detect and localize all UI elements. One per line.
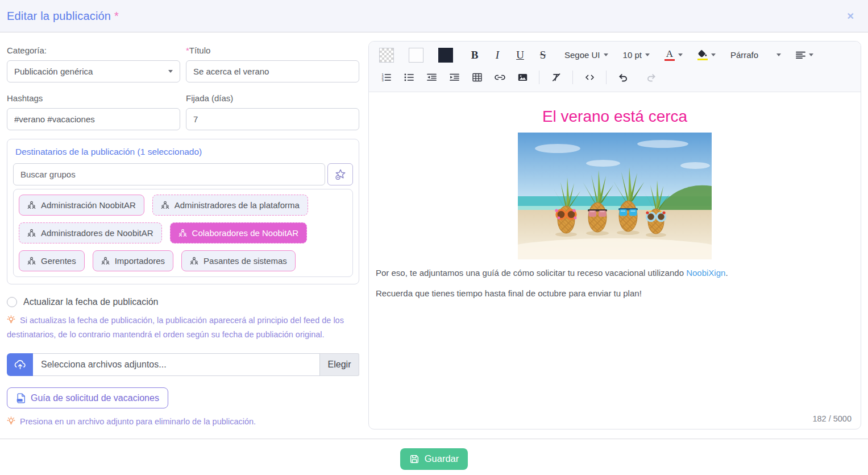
- recipients-legend: Destinatarios de la publicación (1 selec…: [15, 147, 353, 157]
- chevron-down-icon: [776, 53, 781, 56]
- category-value: Publicación genérica: [14, 67, 93, 76]
- group-chip-label: Administradores de la plataforma: [175, 200, 300, 210]
- attachments-upload: Elegir: [7, 353, 359, 376]
- font-color-button[interactable]: A: [661, 46, 686, 64]
- unordered-list-icon: [404, 73, 414, 82]
- modal-body: Categoría: Publicación genérica *Título …: [0, 32, 868, 430]
- indent-button[interactable]: [444, 68, 464, 86]
- italic-icon: I: [496, 49, 499, 60]
- image-button[interactable]: [512, 68, 533, 86]
- update-date-hint-text: Si actualizas la fecha de publicación, l…: [7, 316, 344, 339]
- hashtags-input[interactable]: [7, 108, 180, 130]
- attachments-filename-input[interactable]: [33, 353, 320, 376]
- outdent-icon: [427, 73, 437, 82]
- update-date-label: Actualizar la fecha de publicación: [23, 297, 158, 307]
- group-chip-selected[interactable]: Colaboradores de NoobitAR: [170, 222, 308, 243]
- group-chip-list: Administración NoobitAR Administradores …: [13, 189, 353, 277]
- modal-header: Editar la publicación * ✕: [0, 0, 868, 32]
- group-chip[interactable]: Administradores de NoobitAR: [19, 222, 162, 243]
- close-icon[interactable]: ✕: [845, 9, 857, 24]
- transparent-color-swatch[interactable]: [376, 46, 397, 64]
- save-button-label: Guardar: [425, 453, 459, 464]
- title-label: *Título: [186, 46, 359, 55]
- toolbar-divider: [606, 71, 607, 84]
- toolbar-divider: [572, 71, 573, 84]
- favorite-groups-button[interactable]: [327, 163, 353, 185]
- search-groups-input[interactable]: [13, 163, 325, 185]
- editor-toolbar: B I U S Segoe UI 10 pt: [369, 42, 861, 92]
- ordered-list-button[interactable]: 123: [376, 68, 396, 86]
- recipients-section: Destinatarios de la publicación (1 selec…: [7, 139, 359, 284]
- clear-format-button[interactable]: [546, 68, 566, 86]
- group-chip[interactable]: Pasantes de sistemas: [181, 250, 296, 271]
- star-minus-icon: [334, 168, 347, 181]
- editor-content[interactable]: El verano está cerca: [369, 92, 861, 429]
- pinned-days-input[interactable]: [186, 108, 359, 130]
- post-heading: El verano está cerca: [376, 108, 854, 126]
- checkered-swatch-icon: [379, 48, 394, 63]
- lightbulb-icon: [7, 317, 15, 326]
- attachment-chip-label: Guía de solicitud de vacaciones: [31, 393, 159, 403]
- chevron-down-icon: [604, 53, 608, 56]
- unordered-list-button[interactable]: [398, 68, 419, 86]
- group-chip-label: Pasantes de sistemas: [203, 256, 287, 266]
- cloud-upload-icon: [14, 359, 27, 370]
- group-chip[interactable]: Importadores: [93, 250, 173, 271]
- paragraph-style-select[interactable]: Párrafo: [727, 46, 784, 64]
- strikethrough-button[interactable]: S: [533, 46, 553, 64]
- undo-button[interactable]: [613, 68, 633, 86]
- noobixign-link[interactable]: NoobiXign: [686, 268, 725, 278]
- align-left-icon: [796, 51, 805, 60]
- save-button[interactable]: Guardar: [400, 448, 468, 470]
- group-chip-label: Gerentes: [41, 256, 76, 266]
- code-view-button[interactable]: [579, 68, 600, 86]
- title-label-text: Título: [189, 46, 211, 55]
- redo-button[interactable]: [641, 68, 662, 86]
- white-color-swatch[interactable]: [405, 46, 427, 64]
- paragraph-text: Por eso, te adjuntamos una guíá de cómo …: [376, 268, 686, 278]
- update-date-checkbox[interactable]: [7, 297, 17, 307]
- align-select[interactable]: [792, 46, 817, 64]
- code-icon: [585, 73, 595, 82]
- upload-button[interactable]: [7, 353, 33, 376]
- group-chip-label: Importadores: [115, 256, 165, 266]
- group-icon: [101, 257, 110, 265]
- font-size-select[interactable]: 10 pt: [620, 46, 653, 64]
- choose-file-button[interactable]: Elegir: [320, 353, 359, 376]
- attachment-chip[interactable]: Guía de solicitud de vacaciones: [7, 387, 168, 408]
- table-button[interactable]: [467, 68, 487, 86]
- group-icon: [27, 201, 36, 209]
- chevron-down-icon: [678, 53, 683, 56]
- strikethrough-icon: S: [540, 49, 546, 60]
- font-family-select[interactable]: Segoe UI: [561, 46, 612, 64]
- attachments-hint-text: Presiona en un archivo adjunto para elim…: [20, 417, 256, 426]
- link-button[interactable]: [489, 68, 510, 86]
- char-counter: 182 / 5000: [812, 414, 852, 423]
- group-chip[interactable]: Administradores de la plataforma: [152, 195, 308, 216]
- underline-button[interactable]: U: [510, 46, 530, 64]
- clear-format-icon: [551, 73, 561, 82]
- link-icon: [495, 73, 505, 82]
- hashtags-label: Hashtags: [7, 93, 180, 103]
- title-input[interactable]: [186, 60, 359, 82]
- paragraph-text: .: [725, 268, 728, 278]
- modal-title: Editar la publicación *: [7, 10, 119, 23]
- white-swatch-icon: [409, 48, 423, 63]
- indent-icon: [450, 73, 459, 82]
- category-select[interactable]: Publicación genérica: [7, 60, 180, 82]
- dark-color-swatch[interactable]: [435, 46, 456, 64]
- italic-button[interactable]: I: [487, 46, 508, 64]
- group-chip[interactable]: Gerentes: [19, 250, 85, 271]
- highlight-color-button[interactable]: [694, 46, 719, 64]
- bold-icon: B: [471, 49, 479, 60]
- chevron-down-icon: [711, 53, 716, 56]
- undo-icon: [618, 73, 628, 82]
- chevron-down-icon: [809, 53, 813, 56]
- group-chip[interactable]: Administración NoobitAR: [19, 195, 144, 216]
- bold-button[interactable]: B: [464, 46, 485, 64]
- chevron-down-icon: [168, 70, 173, 73]
- outdent-button[interactable]: [421, 68, 442, 86]
- rich-text-editor: B I U S Segoe UI 10 pt: [368, 32, 861, 429]
- summer-pineapples-image: [518, 133, 712, 259]
- underline-icon: U: [516, 49, 524, 60]
